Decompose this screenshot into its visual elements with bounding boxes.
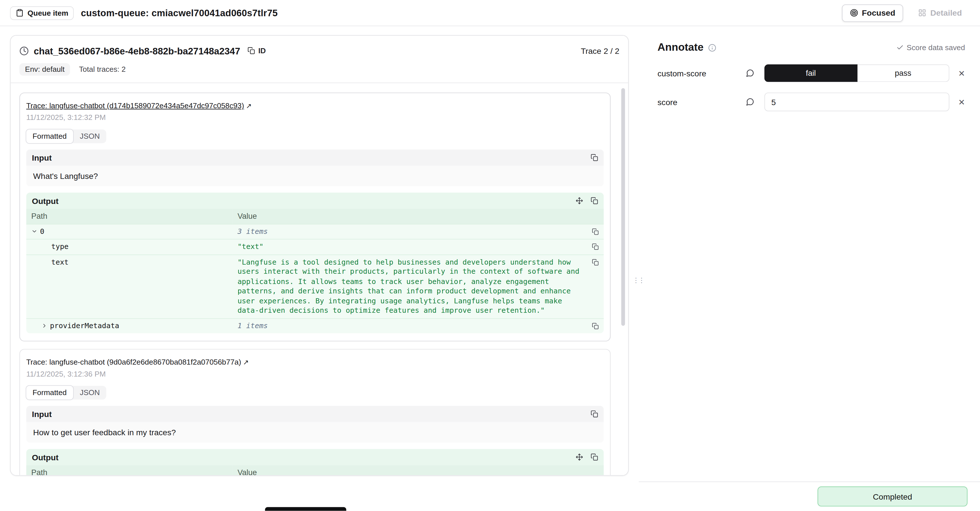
format-tab-group: Formatted JSON — [26, 129, 106, 143]
copy-icon — [590, 410, 598, 417]
table-row: type "text" — [26, 239, 604, 255]
score-name-label: custom-score — [657, 68, 746, 78]
page-title: custom-queue: cmiacwel70041ad060s7tlr75 — [81, 7, 278, 18]
save-status-label: Score data saved — [907, 43, 965, 52]
delete-score-button[interactable]: ✕ — [958, 69, 965, 78]
copy-output-button[interactable] — [590, 197, 598, 204]
copy-icon — [248, 47, 255, 54]
chevron-right-icon — [41, 323, 48, 329]
env-badge: Env: default — [19, 63, 70, 76]
tab-formatted[interactable]: Formatted — [25, 385, 73, 400]
output-section: Output Path — [26, 193, 604, 333]
table-row: text "Langfuse is a tool designed to hel… — [26, 255, 604, 318]
info-icon[interactable] — [708, 44, 716, 52]
bottom-dark-bar — [265, 507, 346, 511]
trace-card-1: Trace: langfuse-chatbot (d174b1589072e43… — [19, 92, 611, 342]
tab-json[interactable]: JSON — [73, 129, 106, 143]
output-section-title: Output — [32, 196, 59, 205]
output-json-table: Path Value 0 3 items — [26, 209, 604, 333]
copy-row-button[interactable] — [592, 257, 599, 267]
annotate-footer: Completed — [639, 481, 980, 511]
copy-icon — [590, 154, 598, 161]
copy-icon — [592, 228, 599, 235]
output-json-table: Path Value 0 3 items — [26, 465, 604, 475]
column-header-path: Path — [26, 465, 232, 475]
app-root: Queue item custom-queue: cmiacwel70041ad… — [0, 0, 980, 511]
queue-item-icon — [16, 9, 24, 17]
score-row-custom-score: custom-score fail pass ✕ — [639, 64, 980, 82]
external-link-icon: ↗ — [246, 102, 252, 110]
main-area: chat_536ed067-b86e-4eb8-882b-ba27148a234… — [0, 26, 980, 511]
table-row: providerMetadata 1 items — [26, 318, 604, 333]
annotate-header: Annotate Score data saved — [639, 26, 980, 54]
detailed-view-label: Detailed — [930, 8, 962, 18]
input-value: How to get user feedback in my traces? — [26, 422, 604, 443]
save-status: Score data saved — [896, 43, 965, 52]
categorical-score-control: fail pass — [764, 64, 950, 82]
annotate-panel: Annotate Score data saved custom-score f… — [639, 26, 980, 511]
copy-id-button[interactable] — [248, 47, 255, 54]
copy-icon — [592, 243, 599, 250]
column-header-value: Value — [232, 465, 586, 475]
column-header-path: Path — [26, 209, 232, 224]
completed-button[interactable]: Completed — [818, 487, 967, 506]
trace-timestamp: 11/12/2025, 3:12:32 PM — [26, 113, 604, 122]
copy-input-button[interactable] — [590, 410, 598, 417]
row-value: 1 items — [232, 318, 586, 333]
scrollbar-thumb[interactable] — [621, 88, 625, 326]
table-row: 0 3 items — [26, 224, 604, 239]
queue-item-column: chat_536ed067-b86e-4eb8-882b-ba27148a234… — [0, 26, 639, 511]
row-value: "Langfuse is a tool designed to help bus… — [232, 255, 586, 318]
input-section-title: Input — [32, 409, 52, 419]
comment-bubble-icon — [746, 68, 754, 78]
copy-input-button[interactable] — [590, 154, 598, 161]
focused-view-button[interactable]: Focused — [842, 4, 904, 21]
copy-row-button[interactable] — [592, 227, 599, 236]
copy-row-button[interactable] — [592, 321, 599, 331]
score-row-score: score ✕ — [639, 92, 980, 111]
row-key: text — [26, 255, 232, 318]
expand-output-button[interactable] — [576, 454, 583, 461]
copy-icon — [592, 322, 599, 329]
trace-counter: Trace 2 / 2 — [581, 46, 619, 55]
tab-formatted[interactable]: Formatted — [25, 129, 73, 144]
format-tab-group: Formatted JSON — [26, 386, 106, 400]
chevron-down-icon — [31, 228, 38, 234]
delete-score-button[interactable]: ✕ — [958, 98, 965, 106]
move-icon — [576, 454, 583, 461]
focused-view-label: Focused — [862, 8, 895, 18]
external-link-icon: ↗ — [243, 358, 249, 366]
input-section-title: Input — [32, 153, 52, 162]
move-icon — [576, 197, 583, 204]
comment-button[interactable] — [746, 97, 754, 106]
session-title: chat_536ed067-b86e-4eb8-882b-ba27148a234… — [34, 45, 240, 56]
expand-output-button[interactable] — [576, 197, 583, 204]
score-value-input[interactable] — [764, 92, 950, 111]
score-name-label: score — [657, 97, 746, 107]
copy-row-button[interactable] — [592, 242, 599, 252]
target-icon — [850, 9, 858, 17]
queue-item-chip-label: Queue item — [28, 8, 68, 18]
check-icon — [896, 44, 904, 51]
trace-panel: chat_536ed067-b86e-4eb8-882b-ba27148a234… — [10, 35, 628, 476]
grid-icon — [918, 9, 927, 17]
copy-output-button[interactable] — [590, 454, 598, 461]
input-value: What's Langfuse? — [26, 166, 604, 186]
score-option-pass[interactable]: pass — [857, 64, 950, 82]
tab-json[interactable]: JSON — [73, 386, 106, 400]
trace-link[interactable]: Trace: langfuse-chatbot (d174b1589072e43… — [26, 102, 252, 110]
trace-card-2: Trace: langfuse-chatbot (9d0a6f2e6de8670… — [19, 349, 611, 475]
output-section-title: Output — [32, 452, 59, 462]
input-section: Input What's Langfuse? — [26, 150, 604, 186]
output-section: Output Path — [26, 449, 604, 475]
copy-icon — [590, 454, 598, 461]
score-option-fail[interactable]: fail — [764, 64, 857, 82]
row-value: "text" — [232, 239, 586, 255]
comment-bubble-icon — [746, 97, 754, 106]
trace-link[interactable]: Trace: langfuse-chatbot (9d0a6f2e6de8670… — [26, 358, 249, 366]
comment-button[interactable] — [746, 68, 754, 78]
annotate-title: Annotate — [657, 41, 703, 54]
trace-list-scroll-area: Trace: langfuse-chatbot (d174b1589072e43… — [11, 83, 628, 475]
id-label: ID — [258, 46, 266, 55]
detailed-view-button[interactable]: Detailed — [910, 4, 970, 21]
